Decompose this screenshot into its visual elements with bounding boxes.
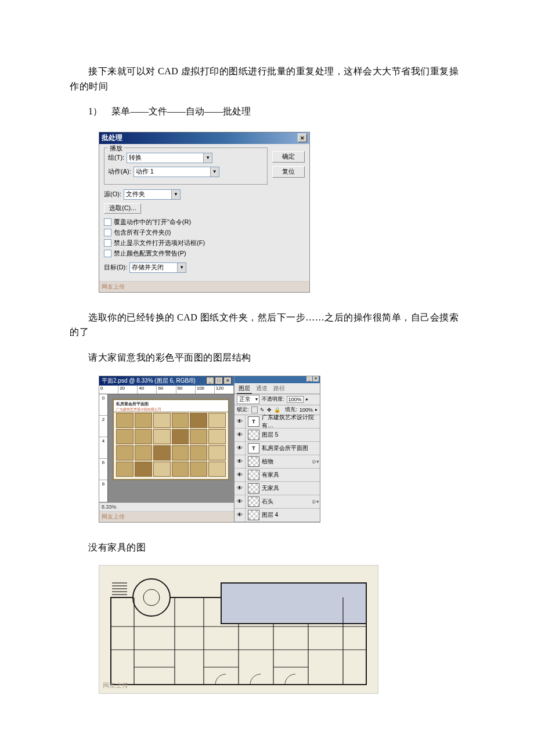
checkbox-override-open[interactable]	[104, 218, 111, 226]
layer-thumb-icon	[248, 483, 259, 494]
svg-rect-4	[221, 583, 366, 624]
ok-button[interactable]: 确定	[272, 151, 305, 163]
paragraph-no-furniture: 没有家具的图	[70, 540, 464, 555]
chevron-right-icon[interactable]: ▸	[315, 407, 317, 412]
brush-icon[interactable]: ✎	[260, 407, 265, 413]
opacity-label: 不透明度:	[262, 395, 284, 403]
layer-thumb-icon	[248, 430, 259, 440]
ruler-tick: 8	[99, 480, 107, 502]
target-dropdown[interactable]: 存储并关闭 ▼	[129, 262, 186, 273]
choose-button[interactable]: 选取(C)...	[104, 203, 141, 214]
eye-icon[interactable]: 👁	[234, 495, 246, 508]
ruler-tick: 4	[99, 437, 107, 459]
tab-layers[interactable]: 图层	[237, 384, 252, 394]
art-subtitle: 广东建筑艺术设计院有限公司	[116, 407, 226, 412]
canvas[interactable]: 私房菜会所平面图 广东建筑艺术设计院有限公司	[108, 394, 234, 502]
target-value: 存储并关闭	[132, 263, 164, 272]
text-layer-icon: T	[248, 416, 259, 427]
zoom-value: 8.33%	[102, 504, 117, 510]
source-dropdown[interactable]: 文件夹 ▼	[124, 189, 181, 200]
layer-name: 有家具	[262, 471, 320, 479]
chk-label-suppress-open: 禁止显示文件打开选项对话框(F)	[114, 239, 205, 247]
tab-channels[interactable]: 通道	[254, 384, 269, 394]
layer-row[interactable]: 👁植物⊘▾	[234, 455, 320, 469]
chevron-down-icon: ▼	[171, 190, 180, 199]
chevron-down-icon: ▼	[210, 167, 219, 177]
fx-icon[interactable]: ⊘▾	[312, 459, 320, 465]
doc-title: 平面2.psd @ 8.33% (图层 6, RGB/8)	[102, 377, 196, 385]
eye-icon[interactable]: 👁	[234, 442, 246, 455]
layer-row[interactable]: 👁有家具	[234, 469, 320, 482]
layer-row[interactable]: 👁石头⊘▾	[234, 495, 320, 509]
layer-name: 图层 5	[262, 431, 320, 439]
art-title: 私房菜会所平面图	[116, 401, 226, 407]
lock-transparency-icon[interactable]	[251, 406, 258, 413]
group-label: 组(T):	[108, 153, 124, 162]
ruler-tick: 0	[99, 394, 107, 416]
checkbox-subfolders[interactable]	[104, 229, 111, 236]
svg-point-2	[133, 579, 170, 616]
source-label: 源(O):	[104, 190, 121, 199]
play-legend: 播放	[108, 144, 124, 153]
layer-name: 广东建筑艺术设计院有…	[262, 413, 320, 430]
ruler-tick: 120	[215, 386, 234, 394]
layer-row[interactable]: 👁T广东建筑艺术设计院有…	[234, 415, 320, 429]
source-value: 文件夹	[126, 190, 145, 199]
layer-row[interactable]: 👁图层 5	[234, 429, 320, 442]
ruler-tick: 80	[176, 386, 196, 394]
close-icon[interactable]: ✕	[313, 376, 319, 381]
fill-value[interactable]: 100%	[300, 407, 313, 413]
checkbox-suppress-open-dialog[interactable]	[104, 239, 111, 247]
chevron-right-icon[interactable]: ▸	[306, 397, 308, 402]
close-icon[interactable]: ✕	[223, 377, 232, 384]
layer-thumb-icon	[248, 456, 259, 467]
paragraph-layers-note: 请大家留意我的彩色平面图的图层结构	[70, 350, 464, 365]
eye-icon[interactable]: 👁	[234, 429, 246, 441]
checkbox-suppress-profile[interactable]	[104, 250, 111, 257]
layer-row[interactable]: 👁图层 4	[234, 509, 320, 522]
lock-all-icon[interactable]: 🔒	[274, 407, 280, 413]
layer-row[interactable]: 👁无家具	[234, 482, 320, 495]
minimize-icon[interactable]: _	[206, 377, 214, 384]
chk-label-suppress-profile: 禁止颜色配置文件警告(P)	[114, 249, 186, 258]
eye-icon[interactable]: 👁	[234, 415, 246, 428]
layer-name: 石头	[262, 498, 312, 506]
artboard: 私房菜会所平面图 广东建筑艺术设计院有限公司	[113, 399, 229, 480]
action-dropdown[interactable]: 动作 1 ▼	[134, 167, 219, 177]
layer-name: 私房菜会所平面图	[262, 444, 320, 452]
lock-label: 锁定:	[237, 406, 249, 413]
layer-thumb-icon	[248, 470, 259, 480]
eye-icon[interactable]: 👁	[234, 469, 246, 481]
batch-dialog: 批处理 ✕ 播放 组(T): 转换 ▼	[99, 132, 310, 293]
fx-icon[interactable]: ⊘▾	[312, 499, 320, 505]
group-dropdown[interactable]: 转换 ▼	[127, 153, 212, 163]
reset-button[interactable]: 复位	[272, 166, 305, 178]
opacity-value[interactable]: 100%	[287, 396, 304, 403]
ruler-tick: 2	[99, 416, 107, 437]
maximize-icon[interactable]: □	[215, 377, 223, 384]
group-value: 转换	[129, 153, 142, 162]
minimize-icon[interactable]: _	[306, 376, 312, 381]
paragraph-intro: 接下来就可以对 CAD 虚拟打印的图纸进行批量的重复处理，这样会大大节省我们重复…	[70, 64, 464, 93]
eye-icon[interactable]: 👁	[234, 455, 246, 468]
dialog-titlebar: 批处理 ✕	[99, 132, 309, 144]
tab-paths[interactable]: 路径	[272, 384, 287, 394]
action-value: 动作 1	[136, 167, 154, 176]
ruler-vertical: 0 2 4 6 8	[99, 394, 108, 502]
text-layer-icon: T	[248, 443, 259, 453]
ruler-tick: 20	[118, 386, 138, 394]
eye-icon[interactable]: 👁	[234, 509, 246, 521]
plan-preview	[116, 413, 226, 477]
layer-name: 图层 4	[262, 511, 320, 519]
blend-mode-dropdown[interactable]: 正常	[237, 395, 259, 404]
layer-row[interactable]: 👁T私房菜会所平面图	[234, 442, 320, 455]
action-label: 动作(A):	[108, 167, 131, 176]
watermark: 网友上传	[99, 281, 309, 292]
close-icon[interactable]: ✕	[298, 134, 307, 142]
dialog-title: 批处理	[102, 133, 122, 143]
ruler-tick: 100	[196, 386, 215, 394]
eye-icon[interactable]: 👁	[234, 482, 246, 495]
paragraph-after-batch: 选取你的已经转换的 CAD 图纸文件夹，然后下一步……之后的操作很简单，自己会摸…	[70, 310, 464, 340]
move-icon[interactable]: ✥	[267, 407, 272, 413]
chevron-down-icon: ▼	[177, 263, 186, 272]
